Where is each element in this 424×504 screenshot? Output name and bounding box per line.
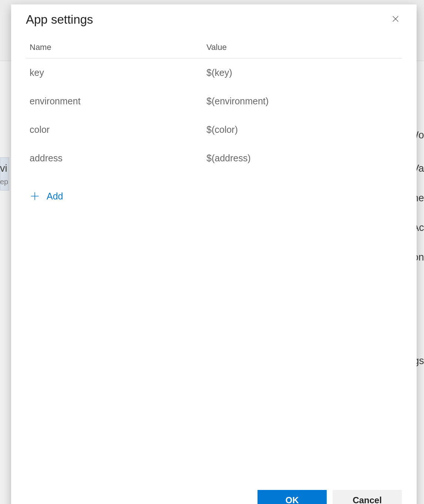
- add-label: Add: [47, 191, 63, 202]
- dialog-body: Name Value key $(key) environment $(envi…: [11, 28, 417, 490]
- close-button[interactable]: [388, 12, 403, 26]
- column-header-value: Value: [206, 43, 227, 52]
- settings-table: Name Value key $(key) environment $(envi…: [26, 43, 402, 172]
- setting-value: $(address): [206, 153, 251, 163]
- dialog-header: App settings: [11, 4, 417, 28]
- setting-value: $(environment): [206, 96, 269, 106]
- setting-name: color: [30, 124, 50, 135]
- table-header-row: Name Value: [26, 43, 402, 58]
- column-header-name: Name: [30, 43, 51, 52]
- dialog-footer: OK Cancel: [11, 490, 417, 504]
- setting-name: environment: [30, 96, 81, 106]
- setting-name: address: [30, 153, 63, 163]
- plus-icon: [30, 191, 40, 201]
- ok-button[interactable]: OK: [258, 490, 327, 504]
- setting-value: $(color): [206, 124, 238, 135]
- table-row[interactable]: color $(color): [26, 115, 402, 144]
- cancel-button[interactable]: Cancel: [333, 490, 402, 504]
- setting-value: $(key): [206, 67, 232, 78]
- dialog-title: App settings: [26, 12, 93, 28]
- setting-name: key: [30, 67, 44, 78]
- close-icon: [391, 15, 400, 23]
- table-row[interactable]: environment $(environment): [26, 87, 402, 115]
- app-settings-dialog: App settings Name Value key $(key): [11, 4, 417, 504]
- table-row[interactable]: address $(address): [26, 144, 402, 172]
- table-row[interactable]: key $(key): [26, 58, 402, 87]
- add-setting-button[interactable]: Add: [26, 191, 402, 202]
